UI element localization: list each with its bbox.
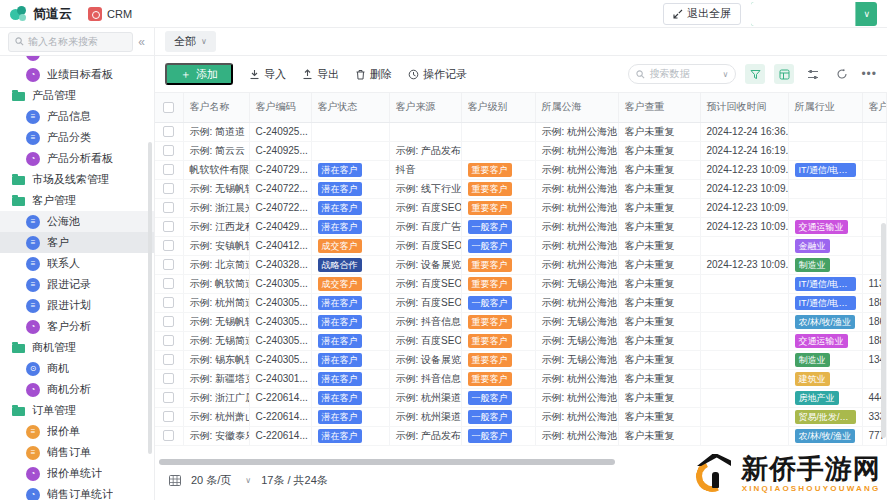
table-row[interactable]: 示例: 北京简道云...C-240328...战略合作示例: 设备展览促...重… bbox=[155, 255, 886, 274]
table-row[interactable]: 示例: 无锡帆软C-240305...潜在客户示例: 抖音信息流重要客户示例: … bbox=[155, 312, 886, 331]
page-size-select[interactable]: 20 条/页 ∨ bbox=[191, 473, 251, 488]
row-checkbox[interactable] bbox=[163, 221, 174, 232]
table-row[interactable]: 示例: 安徽泰乐集团C-220614...潜在客户示例: 产品发布会...一般客… bbox=[155, 426, 886, 445]
row-checkbox[interactable] bbox=[163, 354, 174, 365]
column-header-客户来源[interactable]: 客户来源 bbox=[389, 93, 461, 122]
customer-status-badge: 潜在客户 bbox=[318, 334, 362, 348]
sidebar-item-报价单[interactable]: ≡报价单 bbox=[0, 421, 154, 442]
table-row[interactable]: 示例: 无锡帆软软件C-240722...潜在客户示例: 线下行业沙龙重要客户示… bbox=[155, 179, 886, 198]
extra-cell bbox=[862, 141, 886, 160]
customer-status-badge: 潜在客户 bbox=[311, 198, 389, 217]
column-header-客户级别[interactable]: 客户级别 bbox=[461, 93, 535, 122]
more-actions-button[interactable]: ••• bbox=[861, 67, 877, 81]
pool-cell: 示例: 杭州公海池 bbox=[535, 388, 618, 407]
table-row[interactable]: 帆软软件有限公司C-240729...潜在客户抖音重要客户示例: 杭州公海池客户… bbox=[155, 160, 886, 179]
table-row[interactable]: 示例: 杭州简道云C-240305...潜在客户示例: 百度SEO一般客户示例:… bbox=[155, 293, 886, 312]
table-row[interactable]: 示例: 简道道C-240925...示例: 杭州公海池客户未重复2024-12-… bbox=[155, 122, 886, 141]
sidebar-item-报价单统计[interactable]: ◔报价单统计 bbox=[0, 463, 154, 484]
sidebar-item-销售订单统计[interactable]: ◔销售订单统计 bbox=[0, 484, 154, 500]
table-row[interactable]: 示例: 简云云C-240925...示例: 产品发布会...示例: 杭州公海池客… bbox=[155, 141, 886, 160]
sidebar-item-客户[interactable]: ≡客户 bbox=[0, 232, 154, 253]
sidebar-item-公海池[interactable]: ≡公海池 bbox=[0, 211, 154, 232]
sidebar-item-业绩目标看板[interactable]: ◔业绩目标看板 bbox=[0, 64, 154, 85]
row-checkbox[interactable] bbox=[163, 392, 174, 403]
row-checkbox[interactable] bbox=[163, 183, 174, 194]
column-settings-button[interactable] bbox=[803, 64, 823, 84]
install-template-button[interactable]: 安装模板(带数据) ∨ bbox=[751, 2, 877, 26]
sidebar-item-订单管理[interactable]: 订单管理 bbox=[0, 400, 154, 421]
table-search-input[interactable]: 搜索数据 ∨ bbox=[628, 64, 736, 84]
table-row[interactable]: 示例: 新疆塔克水...C-240301...潜在客户示例: 抖音信息流重要客户… bbox=[155, 369, 886, 388]
operation-log-button[interactable]: 操作记录 bbox=[408, 67, 467, 82]
row-checkbox[interactable] bbox=[163, 126, 174, 137]
sidebar-item-销售订单[interactable]: ≡销售订单 bbox=[0, 442, 154, 463]
table-row[interactable]: 示例: 杭州萧山国...C-220614...潜在客户示例: 杭州渠道商...一… bbox=[155, 407, 886, 426]
row-checkbox[interactable] bbox=[163, 335, 174, 346]
sidebar-item[interactable]: ◔ bbox=[0, 56, 154, 64]
customer-source-cell: 示例: 百度SEO bbox=[389, 274, 461, 293]
sidebar-item-产品分类[interactable]: ≡产品分类 bbox=[0, 127, 154, 148]
table-row[interactable]: 示例: 安镇帆软C-240412...成交客户示例: 百度SEO一般客户示例: … bbox=[155, 236, 886, 255]
dedup-cell: 客户未重复 bbox=[618, 122, 700, 141]
horizontal-scrollbar-thumb[interactable] bbox=[159, 459, 615, 465]
sidebar-item-跟进记录[interactable]: ≡跟进记录 bbox=[0, 274, 154, 295]
import-button[interactable]: 导入 bbox=[249, 67, 286, 82]
sidebar-scrollbar[interactable] bbox=[148, 142, 152, 454]
delete-button[interactable]: 删除 bbox=[355, 67, 392, 82]
table-row[interactable]: 示例: 无锡简道云C-240305...潜在客户示例: 百度SEO重要客户示例:… bbox=[155, 331, 886, 350]
sidebar-item-产品管理[interactable]: 产品管理 bbox=[0, 85, 154, 106]
export-button[interactable]: 导出 bbox=[302, 67, 339, 82]
row-checkbox[interactable] bbox=[163, 278, 174, 289]
refresh-button[interactable] bbox=[832, 64, 852, 84]
sidebar-search-input[interactable]: 输入名称来搜索 bbox=[8, 32, 133, 52]
row-checkbox[interactable] bbox=[163, 259, 174, 270]
sidebar-item-产品信息[interactable]: ≡产品信息 bbox=[0, 106, 154, 127]
row-checkbox[interactable] bbox=[163, 297, 174, 308]
table-row[interactable]: 示例: 浙江晨光文...C-240722...潜在客户示例: 百度SEO重要客户… bbox=[155, 198, 886, 217]
recycle-time-cell bbox=[700, 426, 788, 445]
sidebar-item-联系人[interactable]: ≡联系人 bbox=[0, 253, 154, 274]
sidebar-item-商机[interactable]: ⊙商机 bbox=[0, 358, 154, 379]
sidebar-item-市场及线索管理[interactable]: 市场及线索管理 bbox=[0, 169, 154, 190]
select-all-checkbox[interactable] bbox=[163, 102, 174, 113]
column-header-客户[interactable]: 客户 bbox=[862, 93, 886, 122]
column-header-客户查重[interactable]: 客户查重 bbox=[618, 93, 700, 122]
row-checkbox[interactable] bbox=[163, 145, 174, 156]
add-button[interactable]: ＋ 添加 bbox=[165, 63, 233, 85]
table-row[interactable]: 示例: 浙江广厦集团C-220614...潜在客户示例: 杭州渠道商...一般客… bbox=[155, 388, 886, 407]
column-header-客户名称[interactable]: 客户名称 bbox=[183, 93, 249, 122]
sidebar-item-跟进计划[interactable]: ≡跟进计划 bbox=[0, 295, 154, 316]
customer-status-badge: 潜在客户 bbox=[311, 160, 389, 179]
column-header-所属行业[interactable]: 所属行业 bbox=[788, 93, 862, 122]
row-checkbox[interactable] bbox=[163, 316, 174, 327]
filter-button[interactable] bbox=[745, 64, 765, 84]
table-row[interactable]: 示例: 锡东帆软C-240305...潜在客户示例: 设备展览促...重要客户示… bbox=[155, 350, 886, 369]
column-header-所属公海[interactable]: 所属公海 bbox=[535, 93, 618, 122]
column-header-预计回收时间[interactable]: 预计回收时间 bbox=[700, 93, 788, 122]
sidebar-item-商机分析[interactable]: ◔商机分析 bbox=[0, 379, 154, 400]
sidebar-item-客户分析[interactable]: ◔客户分析 bbox=[0, 316, 154, 337]
install-template-caret[interactable]: ∨ bbox=[855, 2, 877, 26]
exit-fullscreen-button[interactable]: 退出全屏 bbox=[663, 3, 741, 25]
sidebar-item-产品分析看板[interactable]: ◔产品分析看板 bbox=[0, 148, 154, 169]
sidebar-item-客户管理[interactable]: 客户管理 bbox=[0, 190, 154, 211]
body: ◔◔业绩目标看板产品管理≡产品信息≡产品分类◔产品分析看板市场及线索管理客户管理… bbox=[0, 56, 887, 500]
row-checkbox[interactable] bbox=[163, 164, 174, 175]
chevron-down-icon[interactable]: ∨ bbox=[723, 70, 729, 79]
row-checkbox[interactable] bbox=[163, 373, 174, 384]
display-settings-button[interactable] bbox=[774, 64, 794, 84]
table-row[interactable]: 示例: 帆软简道云C-240305...成交客户示例: 百度SEO重要客户示例:… bbox=[155, 274, 886, 293]
row-checkbox[interactable] bbox=[163, 411, 174, 422]
row-checkbox[interactable] bbox=[163, 430, 174, 441]
view-grid-icon[interactable] bbox=[169, 475, 181, 486]
tab-all[interactable]: 全部 ∨ bbox=[165, 31, 216, 52]
crm-app-chip[interactable]: CRM bbox=[88, 7, 132, 21]
sidebar-collapse-button[interactable]: « bbox=[133, 35, 150, 49]
column-header-客户状态[interactable]: 客户状态 bbox=[311, 93, 389, 122]
row-checkbox[interactable] bbox=[163, 240, 174, 251]
column-header-客户编码[interactable]: 客户编码 bbox=[249, 93, 311, 122]
table-row[interactable]: 示例: 江西龙程科...C-240429...潜在客户示例: 百度广告-SEM一… bbox=[155, 217, 886, 236]
row-checkbox[interactable] bbox=[163, 202, 174, 213]
table-vertical-scrollbar[interactable] bbox=[881, 223, 886, 438]
sidebar-item-商机管理[interactable]: 商机管理 bbox=[0, 337, 154, 358]
